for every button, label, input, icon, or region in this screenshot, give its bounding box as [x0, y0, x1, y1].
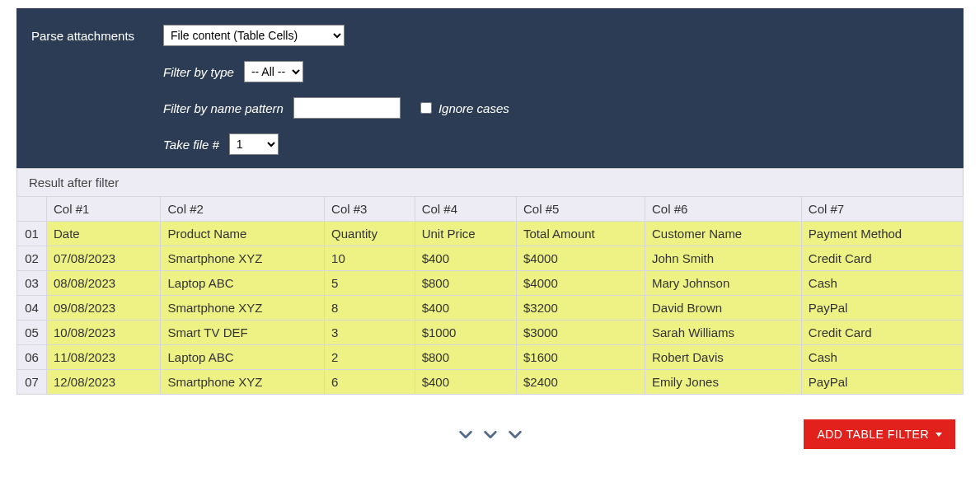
filter-name-input[interactable]	[293, 97, 401, 119]
table-cell: Smart TV DEF	[161, 321, 325, 345]
config-panel: Parse attachments File content (Table Ce…	[16, 8, 964, 168]
table-cell: 8	[325, 296, 415, 321]
row-number: 03	[17, 271, 47, 296]
table-cell: 11/08/2023	[47, 345, 161, 370]
table-cell: Laptop ABC	[161, 345, 325, 370]
table-cell: Sarah Williams	[645, 321, 802, 345]
row-number: 01	[17, 222, 47, 246]
column-header: Col #1	[47, 197, 161, 222]
table-cell: $2400	[517, 370, 645, 395]
table-cell: Product Name	[161, 222, 325, 246]
table-cell: Quantity	[325, 222, 415, 246]
table-row: 0611/08/2023Laptop ABC2$800$1600Robert D…	[17, 345, 964, 370]
table-cell: 09/08/2023	[47, 296, 161, 321]
table-cell: Unit Price	[415, 222, 516, 246]
table-row: 01DateProduct NameQuantityUnit PriceTota…	[17, 222, 964, 246]
table-cell: PayPal	[801, 296, 963, 321]
add-table-filter-label: ADD TABLE FILTER	[817, 428, 929, 441]
parse-row: Parse attachments File content (Table Ce…	[31, 23, 949, 48]
parse-select[interactable]: File content (Table Cells)	[163, 25, 345, 46]
table-cell: 08/08/2023	[47, 271, 161, 296]
table-cell: $400	[415, 296, 516, 321]
table-cell: $1000	[415, 321, 516, 345]
column-header	[17, 197, 47, 222]
column-header-row: Col #1Col #2Col #3Col #4Col #5Col #6Col …	[17, 197, 964, 222]
table-cell: $400	[415, 246, 516, 271]
table-cell: 3	[325, 321, 415, 345]
table-cell: Robert Davis	[645, 345, 802, 370]
table-row: 0409/08/2023Smartphone XYZ8$400$3200Davi…	[17, 296, 964, 321]
table-cell: $1600	[517, 345, 645, 370]
take-file-label: Take file #	[163, 138, 219, 152]
table-row: 0308/08/2023Laptop ABC5$800$4000Mary Joh…	[17, 271, 964, 296]
parse-label: Parse attachments	[31, 29, 163, 43]
table-cell: 10	[325, 246, 415, 271]
row-number: 07	[17, 370, 47, 395]
table-cell: 5	[325, 271, 415, 296]
row-number: 06	[17, 345, 47, 370]
result-header: Result after filter	[16, 168, 964, 196]
table-cell: Credit Card	[801, 321, 963, 345]
filter-name-row: Filter by name pattern Ignore cases	[31, 96, 949, 120]
caret-down-icon	[935, 433, 942, 437]
table-cell: 12/08/2023	[47, 370, 161, 395]
add-table-filter-button[interactable]: ADD TABLE FILTER	[804, 419, 955, 449]
table-cell: 10/08/2023	[47, 321, 161, 345]
take-file-row: Take file # 1	[31, 132, 949, 157]
column-header: Col #7	[801, 197, 963, 222]
table-cell: Smartphone XYZ	[161, 246, 325, 271]
ignore-cases-checkbox[interactable]	[420, 102, 432, 114]
table-cell: Smartphone XYZ	[161, 296, 325, 321]
filter-name-label: Filter by name pattern	[163, 101, 284, 115]
table-cell: PayPal	[801, 370, 963, 395]
table-cell: $3200	[517, 296, 645, 321]
table-cell: Laptop ABC	[161, 271, 325, 296]
table-cell: Mary Johnson	[645, 271, 802, 296]
column-header: Col #4	[415, 197, 516, 222]
result-body: 01DateProduct NameQuantityUnit PriceTota…	[17, 222, 964, 395]
table-cell: Cash	[801, 345, 963, 370]
result-table: Col #1Col #2Col #3Col #4Col #5Col #6Col …	[16, 196, 964, 395]
table-cell: Smartphone XYZ	[161, 370, 325, 395]
chevron-down-icon	[457, 425, 475, 443]
filter-type-row: Filter by type -- All --	[31, 59, 949, 84]
table-cell: Date	[47, 222, 161, 246]
row-number: 02	[17, 246, 47, 271]
table-cell: Total Amount	[517, 222, 645, 246]
table-cell: $800	[415, 345, 516, 370]
filter-type-label: Filter by type	[163, 65, 234, 79]
table-cell: $800	[415, 271, 516, 296]
table-cell: Payment Method	[801, 222, 963, 246]
filter-type-select[interactable]: -- All --	[244, 61, 303, 82]
expand-chevrons[interactable]	[457, 425, 524, 443]
table-cell: $3000	[517, 321, 645, 345]
column-header: Col #6	[645, 197, 802, 222]
table-cell: Cash	[801, 271, 963, 296]
table-cell: Emily Jones	[645, 370, 802, 395]
table-cell: Credit Card	[801, 246, 963, 271]
chevron-down-icon	[506, 425, 524, 443]
table-row: 0207/08/2023Smartphone XYZ10$400$4000Joh…	[17, 246, 964, 271]
table-cell: Customer Name	[645, 222, 802, 246]
take-file-select[interactable]: 1	[229, 133, 279, 155]
table-cell: David Brown	[645, 296, 802, 321]
table-cell: 07/08/2023	[47, 246, 161, 271]
table-cell: 6	[325, 370, 415, 395]
column-header: Col #2	[161, 197, 325, 222]
table-cell: $400	[415, 370, 516, 395]
chevron-down-icon	[481, 425, 499, 443]
row-number: 05	[17, 321, 47, 345]
table-cell: 2	[325, 345, 415, 370]
table-row: 0712/08/2023Smartphone XYZ6$400$2400Emil…	[17, 370, 964, 395]
column-header: Col #5	[517, 197, 645, 222]
table-row: 0510/08/2023Smart TV DEF3$1000$3000Sarah…	[17, 321, 964, 345]
column-header: Col #3	[325, 197, 415, 222]
table-cell: $4000	[517, 271, 645, 296]
table-cell: $4000	[517, 246, 645, 271]
row-number: 04	[17, 296, 47, 321]
table-cell: John Smith	[645, 246, 802, 271]
ignore-cases-label: Ignore cases	[438, 101, 509, 115]
footer: ADD TABLE FILTER	[16, 395, 964, 457]
